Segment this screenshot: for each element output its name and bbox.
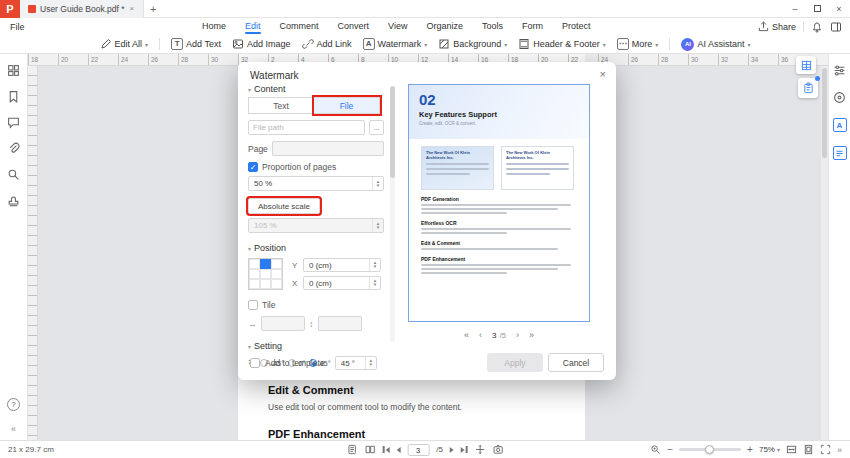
background-button[interactable]: Background ▾ [438, 38, 507, 50]
spinner-arrows-icon[interactable]: ▲▼ [369, 277, 380, 289]
stamp-panel-icon[interactable] [7, 194, 20, 207]
y-offset-spinner[interactable]: 0 (cm) ▲▼ [303, 258, 381, 272]
pager-prev-button[interactable]: ‹ [479, 330, 482, 340]
share-button[interactable]: Share [758, 21, 796, 32]
fit-width-icon[interactable] [786, 444, 797, 455]
edit-all-button[interactable]: Edit All ▾ [100, 38, 149, 50]
tab-close-icon[interactable]: × [129, 4, 136, 13]
tab-view[interactable]: View [380, 20, 415, 34]
more-button[interactable]: ⋯ More ▾ [617, 38, 659, 50]
x-offset-spinner[interactable]: 0 (cm) ▲▼ [303, 276, 381, 290]
search-panel-icon[interactable] [7, 168, 20, 181]
tab-form[interactable]: Form [514, 20, 551, 34]
position-cell-selected[interactable] [260, 259, 271, 269]
document-tab[interactable]: User Guide Book.pdf * × [20, 0, 144, 18]
browse-file-button[interactable]: ... [369, 120, 384, 135]
close-button[interactable]: × [828, 0, 850, 17]
ai-assistant-button[interactable]: AI AI Assistant ▾ [681, 38, 750, 51]
minimize-button[interactable]: – [784, 0, 806, 17]
header-footer-button[interactable]: Header & Footer ▾ [518, 38, 606, 50]
add-text-button[interactable]: T Add Text [171, 38, 221, 50]
add-link-button[interactable]: Add Link [302, 38, 352, 50]
collapse-left-panel-icon[interactable]: « [11, 424, 16, 434]
spinner-arrows-icon[interactable]: ▲▼ [369, 259, 380, 271]
document-scrollbar[interactable] [821, 66, 828, 440]
position-section-header[interactable]: ▾ Position [248, 243, 384, 253]
dialog-close-icon[interactable]: × [600, 68, 606, 80]
move-tool-icon[interactable] [474, 444, 485, 455]
file-menu[interactable]: File [0, 22, 35, 32]
tab-convert[interactable]: Convert [330, 20, 378, 34]
attachments-panel-icon[interactable] [7, 142, 20, 155]
help-button[interactable]: ? [7, 398, 20, 411]
zoom-slider[interactable] [679, 448, 741, 451]
comments-panel-icon[interactable] [7, 116, 20, 129]
position-cell[interactable] [249, 279, 260, 289]
translate-panel-icon[interactable]: A [833, 118, 847, 132]
position-cell[interactable] [271, 269, 282, 279]
clipboard-float-button[interactable] [798, 78, 818, 98]
dialog-scrollbar[interactable] [390, 86, 395, 342]
tab-organize[interactable]: Organize [418, 20, 471, 34]
panel-layout-icon[interactable] [830, 21, 842, 33]
text-tab[interactable]: Text [248, 97, 314, 114]
position-cell[interactable] [271, 279, 282, 289]
position-grid[interactable] [248, 258, 283, 290]
file-tab[interactable]: File [314, 97, 380, 114]
fit-page-icon[interactable] [803, 444, 814, 455]
snapshot-icon[interactable] [492, 444, 503, 455]
assistant-panel-icon[interactable] [833, 91, 846, 104]
add-to-template-checkbox[interactable] [250, 358, 260, 368]
last-page-button[interactable] [461, 446, 468, 453]
position-cell[interactable] [249, 259, 260, 269]
checklist-panel-icon[interactable] [833, 146, 847, 160]
watermark-button[interactable]: A Watermark ▾ [363, 38, 428, 50]
zoom-out-button[interactable]: − [667, 444, 673, 455]
thumbnails-panel-icon[interactable] [7, 64, 20, 77]
position-cell[interactable] [260, 279, 271, 289]
content-section-header[interactable]: ▾ Content [248, 84, 384, 94]
bookmarks-panel-icon[interactable] [7, 90, 20, 103]
add-image-button[interactable]: Add Image [232, 38, 291, 50]
position-cell[interactable] [271, 259, 282, 269]
properties-panel-icon[interactable] [833, 64, 846, 77]
pager-next-button[interactable]: › [516, 330, 519, 340]
bell-icon[interactable] [811, 21, 823, 33]
zoom-in-button[interactable]: + [747, 444, 753, 455]
zoom-area-icon[interactable] [650, 444, 661, 455]
absolute-scale-button[interactable]: Absolute scale [248, 198, 320, 214]
setting-section-header[interactable]: ▾ Setting [248, 341, 384, 351]
maximize-button[interactable] [806, 0, 828, 17]
collapse-right-panel-icon[interactable]: » [837, 445, 842, 455]
cancel-button[interactable]: Cancel [548, 353, 604, 372]
pager-last-button[interactable]: » [529, 330, 534, 340]
pager-first-button[interactable]: « [464, 330, 469, 340]
tile-checkbox[interactable] [248, 300, 258, 310]
next-page-button[interactable] [450, 447, 454, 453]
tab-comment[interactable]: Comment [272, 20, 327, 34]
header-footer-icon [518, 38, 530, 50]
zoom-level-select[interactable]: 75% ▾ [759, 445, 780, 454]
book-view-icon[interactable] [365, 444, 376, 455]
new-tab-button[interactable]: + [144, 3, 162, 15]
position-cell[interactable] [260, 269, 271, 279]
apply-button[interactable]: Apply [487, 353, 543, 372]
proportion-checkbox[interactable]: ✓ [248, 162, 258, 172]
position-cell[interactable] [249, 269, 260, 279]
tab-tools[interactable]: Tools [474, 20, 511, 34]
prev-page-button[interactable] [396, 447, 400, 453]
field-grid-button[interactable] [796, 56, 816, 74]
page-view-icon[interactable] [347, 444, 358, 455]
proportion-select[interactable]: 50 % ▲▼ [248, 176, 384, 191]
file-path-input[interactable] [248, 120, 365, 135]
tab-home[interactable]: Home [194, 20, 234, 34]
scrollbar-thumb[interactable] [390, 86, 395, 178]
tab-edit[interactable]: Edit [237, 20, 269, 34]
fullscreen-icon[interactable] [820, 444, 831, 455]
spinner-arrows-icon[interactable]: ▲▼ [372, 177, 383, 190]
first-page-button[interactable] [383, 446, 390, 453]
zoom-slider-thumb[interactable] [705, 445, 714, 454]
page-number-input[interactable]: 3 [407, 444, 429, 456]
tab-protect[interactable]: Protect [554, 20, 599, 34]
scrollbar-thumb[interactable] [822, 68, 827, 158]
